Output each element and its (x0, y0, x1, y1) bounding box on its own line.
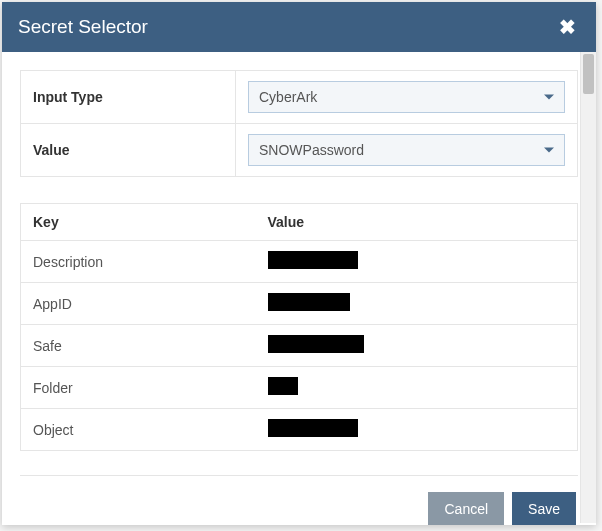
modal-title: Secret Selector (18, 16, 148, 38)
kv-value (256, 409, 578, 451)
kv-value (256, 283, 578, 325)
key-value-table: Key Value DescriptionAppIDSafeFolderObje… (20, 203, 578, 451)
kv-key: AppID (21, 283, 256, 325)
redacted-value (268, 419, 358, 437)
kv-header-key: Key (21, 204, 256, 241)
table-row: Folder (21, 367, 578, 409)
redacted-value (268, 251, 358, 269)
close-icon[interactable]: ✖ (555, 17, 580, 37)
secret-selector-modal: Secret Selector ✖ Input Type CyberArk Va… (2, 2, 596, 525)
input-type-select[interactable]: CyberArk (248, 81, 565, 113)
kv-key: Description (21, 241, 256, 283)
save-button[interactable]: Save (512, 492, 576, 525)
value-value: SNOWPassword (259, 142, 364, 158)
redacted-value (268, 335, 364, 353)
kv-value (256, 367, 578, 409)
redacted-value (268, 377, 298, 395)
table-row: Object (21, 409, 578, 451)
input-type-row: Input Type CyberArk (21, 71, 578, 124)
kv-key: Safe (21, 325, 256, 367)
chevron-down-icon (544, 95, 554, 100)
scrollbar-thumb[interactable] (583, 54, 594, 94)
chevron-down-icon (544, 148, 554, 153)
table-row: Description (21, 241, 578, 283)
value-label: Value (21, 124, 236, 177)
table-row: Safe (21, 325, 578, 367)
table-row: AppID (21, 283, 578, 325)
form-table: Input Type CyberArk Value SNOWPassword (20, 70, 578, 177)
kv-value (256, 325, 578, 367)
modal-footer: Cancel Save (20, 492, 578, 525)
kv-value (256, 241, 578, 283)
value-row: Value SNOWPassword (21, 124, 578, 177)
cancel-button[interactable]: Cancel (428, 492, 504, 525)
input-type-value: CyberArk (259, 89, 317, 105)
scrollbar[interactable] (580, 52, 596, 523)
input-type-label: Input Type (21, 71, 236, 124)
kv-key: Object (21, 409, 256, 451)
modal-body: Input Type CyberArk Value SNOWPassword (2, 52, 596, 525)
separator (20, 475, 578, 476)
modal-header: Secret Selector ✖ (2, 2, 596, 52)
kv-key: Folder (21, 367, 256, 409)
value-select[interactable]: SNOWPassword (248, 134, 565, 166)
redacted-value (268, 293, 350, 311)
kv-header-value: Value (256, 204, 578, 241)
